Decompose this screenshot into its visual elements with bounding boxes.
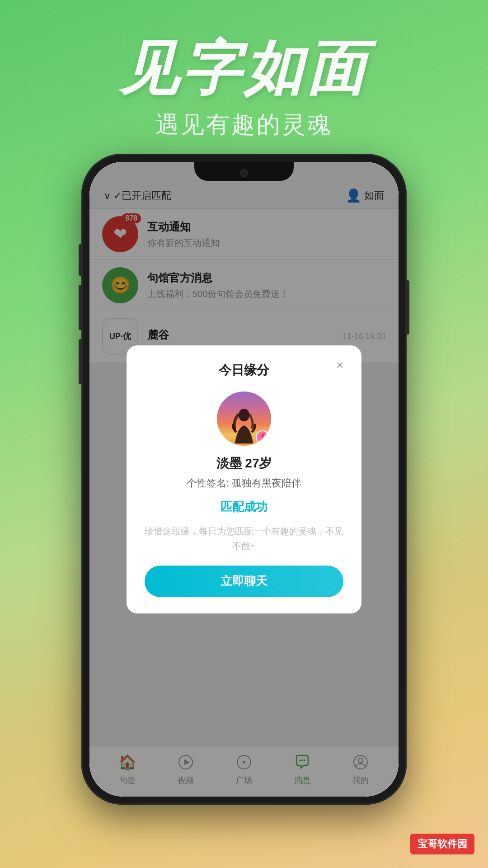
volume-up-button xyxy=(79,285,81,330)
hero-title: 见字如面 xyxy=(0,36,488,101)
phone-frame: ∨ ✓已开启匹配 👤 如面 ❤ 878 xyxy=(81,154,407,805)
svg-point-0 xyxy=(239,409,249,421)
match-modal: 今日缘分 × xyxy=(127,345,361,613)
hero-section: 见字如面 遇见有趣的灵魂 xyxy=(0,36,488,141)
match-avatar: 📍 xyxy=(217,392,271,446)
app-screen: ∨ ✓已开启匹配 👤 如面 ❤ 878 xyxy=(89,162,399,797)
phone-mockup: ∨ ✓已开启匹配 👤 如面 ❤ 878 xyxy=(81,154,407,805)
phone-screen: ∨ ✓已开启匹配 👤 如面 ❤ 878 xyxy=(89,162,399,797)
hero-subtitle: 遇见有趣的灵魂 xyxy=(0,109,488,141)
mute-button xyxy=(79,244,81,276)
modal-close-button[interactable]: × xyxy=(331,356,349,374)
watermark: 宝哥软件园 xyxy=(410,834,474,854)
modal-avatar-wrap: 📍 xyxy=(145,392,343,446)
avatar-pin-icon: 📍 xyxy=(256,430,269,444)
power-button xyxy=(407,280,409,335)
match-description: 珍惜这段缘，每日为您匹配一个有趣的灵魂，不见不散~ xyxy=(145,524,343,553)
chat-now-button[interactable]: 立即聊天 xyxy=(145,566,343,597)
modal-overlay: 今日缘分 × xyxy=(89,162,399,797)
match-user-name: 淡墨 27岁 xyxy=(145,455,343,472)
modal-title: 今日缘分 xyxy=(145,362,343,379)
match-success-label: 匹配成功 xyxy=(145,499,343,515)
match-user-bio: 个性签名: 孤独有黑夜陪伴 xyxy=(145,476,343,490)
volume-down-button xyxy=(79,339,81,384)
